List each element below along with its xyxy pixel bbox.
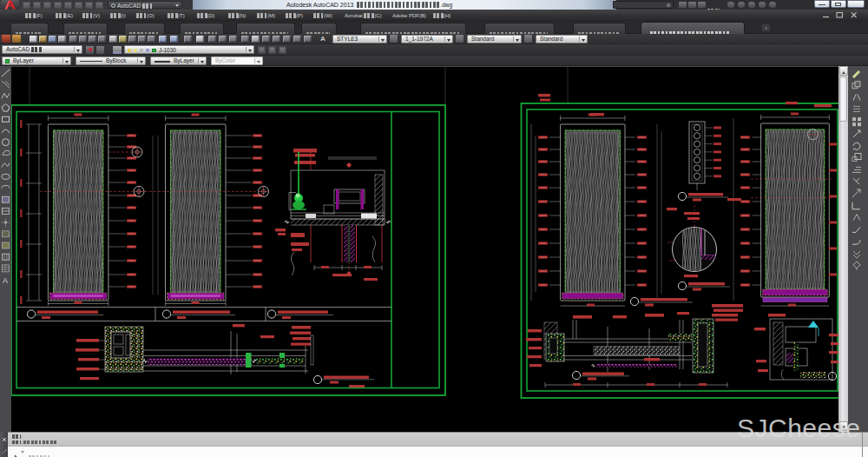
svg-text:A: A <box>3 276 8 285</box>
